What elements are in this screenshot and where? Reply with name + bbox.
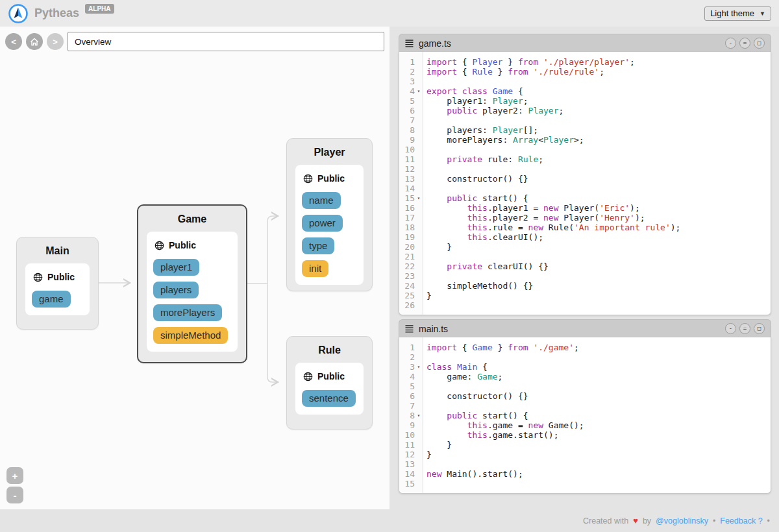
alpha-badge: ALPHA [85, 4, 114, 14]
line-number: 25 [399, 291, 415, 300]
panel-header[interactable]: game.ts - = □ [399, 34, 771, 52]
member-pill-simpleMethod[interactable]: simpleMethod [153, 327, 228, 344]
code-line: 2import { Rule } from './rule/rule'; [399, 67, 771, 77]
class-box-game[interactable]: GamePublicplayer1playersmorePlayerssimpl… [137, 204, 247, 363]
code-editor[interactable]: 1import { Game } from './game';23▾class … [399, 337, 771, 494]
line-number: 5 [399, 96, 415, 106]
breadcrumb-input[interactable] [68, 32, 384, 51]
line-number: 24 [399, 281, 415, 291]
diagram-panel: < > MainPublicgameGamePublicplayer1playe… [0, 27, 390, 509]
menu-icon [405, 40, 414, 47]
fold-spacer [415, 174, 423, 184]
fold-spacer [415, 164, 423, 174]
code-line: 2 [399, 352, 771, 362]
code-line: 3▾class Main { [399, 362, 771, 372]
fold-spacer [415, 479, 423, 489]
resize-button[interactable]: = [739, 38, 750, 49]
class-members-card: Publicsentence [295, 363, 364, 415]
member-pill-power[interactable]: power [302, 215, 343, 232]
fold-arrow-icon[interactable]: ▾ [415, 362, 423, 372]
member-pill-init[interactable]: init [302, 260, 328, 277]
theme-selector[interactable]: Light theme ▼ [704, 6, 771, 21]
code-line: 6 public player2: Player; [399, 106, 771, 115]
code-line: 15▾ public start() { [399, 193, 771, 203]
fold-spacer [415, 459, 423, 469]
class-title: Main [25, 245, 90, 257]
panel-header[interactable]: main.ts - = □ [399, 319, 771, 337]
code-panel-main: main.ts - = □ 1import { Game } from './g… [399, 319, 771, 494]
menu-icon [405, 325, 414, 333]
class-box-rule[interactable]: RulePublicsentence [286, 336, 373, 429]
fold-spacer [415, 381, 423, 391]
fold-spacer [415, 213, 423, 223]
code-text: } [427, 450, 432, 459]
class-box-player[interactable]: PlayerPublicnamepowertypeinit [286, 138, 373, 291]
fold-arrow-icon[interactable]: ▾ [415, 411, 423, 420]
zoom-in-button[interactable]: + [6, 467, 23, 484]
code-text: this.player2 = new Player('Henry'); [427, 213, 645, 223]
code-text: class Main { [427, 362, 488, 372]
code-area: game.ts - = □ 1import { Player } from '.… [390, 27, 779, 509]
fold-spacer [415, 232, 423, 242]
fold-spacer [415, 106, 423, 115]
minimize-button[interactable]: - [725, 38, 736, 49]
zoom-out-button[interactable]: - [6, 487, 23, 503]
maximize-button[interactable]: □ [754, 38, 765, 49]
fold-spacer [415, 125, 423, 135]
fold-spacer [415, 271, 423, 281]
fold-spacer [415, 440, 423, 450]
line-number: 16 [399, 203, 415, 213]
code-line: 18 this.rule = new Rule('An important ru… [399, 223, 771, 232]
line-number: 9 [399, 420, 415, 430]
minimize-button[interactable]: - [725, 323, 736, 334]
fold-spacer [415, 145, 423, 154]
fold-spacer [415, 242, 423, 252]
fold-spacer [415, 420, 423, 430]
fold-spacer [415, 391, 423, 401]
fold-spacer [415, 372, 423, 381]
class-members-card: Publicgame [25, 263, 90, 315]
member-pill-type[interactable]: type [302, 237, 334, 254]
resize-button[interactable]: = [739, 323, 750, 334]
visibility-row: Public [33, 272, 83, 282]
member-pill-name[interactable]: name [302, 192, 341, 209]
line-number: 12 [399, 164, 415, 174]
member-pill-sentence[interactable]: sentence [302, 390, 356, 407]
back-button[interactable]: < [5, 33, 22, 50]
member-pill-morePlayers[interactable]: morePlayers [153, 304, 222, 321]
line-number: 11 [399, 440, 415, 450]
code-line: 1import { Player } from './player/player… [399, 57, 771, 67]
brand: Pytheas ALPHA [8, 3, 114, 24]
author-link[interactable]: @vogloblinsky [656, 516, 708, 526]
code-text: morePlayers: Array<Player>; [427, 135, 584, 145]
forward-button[interactable]: > [47, 33, 64, 50]
feedback-link[interactable]: Feedback ? [720, 516, 762, 526]
home-button[interactable] [26, 33, 43, 50]
line-number: 13 [399, 174, 415, 184]
visibility-row: Public [303, 371, 357, 381]
code-line: 25} [399, 291, 771, 300]
fold-arrow-icon[interactable]: ▾ [415, 86, 423, 96]
maximize-button[interactable]: □ [754, 323, 765, 334]
member-pill-game[interactable]: game [32, 291, 71, 308]
code-text: game: Game; [427, 372, 502, 381]
visibility-label: Public [47, 272, 75, 282]
class-box-main[interactable]: MainPublicgame [16, 237, 99, 330]
member-pill-player1[interactable]: player1 [153, 259, 199, 276]
line-number: 6 [399, 106, 415, 115]
code-text: constructor() {} [427, 174, 528, 184]
code-editor[interactable]: 1import { Player } from './player/player… [399, 52, 771, 315]
visibility-label: Public [317, 371, 345, 381]
fold-spacer [415, 77, 423, 86]
code-line: 6 constructor() {} [399, 391, 771, 401]
member-pill-players[interactable]: players [153, 282, 199, 298]
code-line: 26 [399, 300, 771, 310]
fold-spacer [415, 252, 423, 261]
code-line: 3 [399, 77, 771, 86]
code-line: 12 [399, 164, 771, 174]
fold-arrow-icon[interactable]: ▾ [415, 193, 423, 203]
line-number: 6 [399, 391, 415, 401]
visibility-label: Public [317, 173, 345, 184]
fold-spacer [415, 261, 423, 271]
pytheas-logo-icon [8, 3, 29, 24]
